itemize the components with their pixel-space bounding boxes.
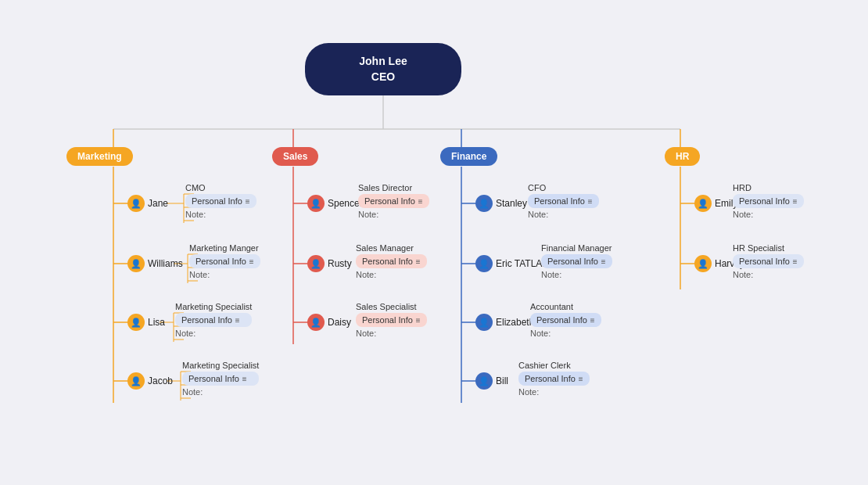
emily-note: Note: — [733, 210, 804, 219]
spencer-note: Note: — [358, 210, 429, 219]
jane-note: Note: — [185, 210, 256, 219]
dept-finance-label: Finance — [440, 147, 497, 166]
info-card-bill: Cashier Clerk Personal Info ≡ Note: — [518, 361, 590, 397]
info-card-rusty: Sales Manager Personal Info ≡ Note: — [356, 243, 427, 279]
bill-title: Cashier Clerk — [518, 361, 590, 370]
rusty-personal-info[interactable]: Personal Info ≡ — [356, 254, 427, 268]
avatar-spencer: 👤 — [307, 195, 325, 212]
avatar-jacob: 👤 — [127, 372, 145, 390]
jacob-personal-info[interactable]: Personal Info ≡ — [182, 372, 259, 386]
info-card-jacob: Marketing Specialist Personal Info ≡ Not… — [182, 361, 259, 397]
daisy-title: Sales Specialist — [356, 302, 427, 311]
harvey-note: Note: — [733, 270, 804, 279]
menu-icon: ≡ — [416, 257, 421, 266]
lisa-personal-info[interactable]: Personal Info ≡ — [175, 313, 252, 327]
daisy-personal-info[interactable]: Personal Info ≡ — [356, 313, 427, 327]
bill-personal-info[interactable]: Personal Info ≡ — [518, 372, 590, 386]
name-lisa: Lisa — [148, 317, 165, 328]
menu-icon: ≡ — [793, 197, 798, 206]
menu-icon: ≡ — [235, 316, 240, 325]
employee-emily: 👤 Emily — [694, 195, 737, 212]
info-card-williams: Marketing Manger Personal Info ≡ Note: — [189, 243, 260, 279]
avatar-stanley: 👤 — [475, 195, 493, 212]
info-card-daisy: Sales Specialist Personal Info ≡ Note: — [356, 302, 427, 338]
avatar-emily: 👤 — [694, 195, 712, 212]
menu-icon: ≡ — [588, 197, 593, 206]
name-williams: Williams — [148, 258, 183, 269]
employee-lisa: 👤 Lisa — [127, 314, 165, 331]
org-chart: John Lee CEO Marketing Sales Finance HR … — [0, 0, 868, 485]
ceo-title: CEO — [321, 70, 446, 85]
menu-icon: ≡ — [601, 257, 606, 266]
name-spencer: Spencer — [328, 198, 363, 209]
employee-daisy: 👤 Daisy — [307, 314, 351, 331]
jacob-title: Marketing Specialist — [182, 361, 259, 370]
jane-personal-info[interactable]: Personal Info ≡ — [185, 194, 256, 208]
employee-stanley: 👤 Stanley — [475, 195, 527, 212]
eric-note: Note: — [541, 270, 612, 279]
employee-bill: 👤 Bill — [475, 372, 508, 390]
stanley-personal-info[interactable]: Personal Info ≡ — [528, 194, 599, 208]
lisa-title: Marketing Specialist — [175, 302, 252, 311]
spencer-personal-info[interactable]: Personal Info ≡ — [358, 194, 429, 208]
name-daisy: Daisy — [328, 317, 351, 328]
avatar-daisy: 👤 — [307, 314, 325, 331]
rusty-title: Sales Manager — [356, 243, 427, 253]
info-card-elizabeth: Accountant Personal Info ≡ Note: — [530, 302, 601, 338]
employee-rusty: 👤 Rusty — [307, 255, 352, 272]
ceo-name: John Lee — [321, 54, 446, 70]
menu-icon: ≡ — [418, 197, 423, 206]
rusty-note: Note: — [356, 270, 427, 279]
emily-personal-info[interactable]: Personal Info ≡ — [733, 194, 804, 208]
spencer-title: Sales Director — [358, 183, 429, 192]
elizabeth-personal-info[interactable]: Personal Info ≡ — [530, 313, 601, 327]
avatar-lisa: 👤 — [127, 314, 145, 331]
employee-spencer: 👤 Spencer — [307, 195, 363, 212]
bill-note: Note: — [518, 387, 590, 397]
info-card-emily: HRD Personal Info ≡ Note: — [733, 183, 804, 219]
harvey-title: HR Specialist — [733, 243, 804, 253]
stanley-note: Note: — [528, 210, 599, 219]
menu-icon: ≡ — [249, 257, 254, 266]
employee-elizabeth: 👤 Elizabeth — [475, 314, 534, 331]
info-card-lisa: Marketing Specialist Personal Info ≡ Not… — [175, 302, 252, 338]
menu-icon: ≡ — [579, 375, 583, 383]
avatar-rusty: 👤 — [307, 255, 325, 272]
avatar-bill: 👤 — [475, 372, 493, 390]
jacob-note: Note: — [182, 387, 259, 397]
avatar-harvey: 👤 — [694, 255, 712, 272]
emily-title: HRD — [733, 183, 804, 192]
ceo-node: John Lee CEO — [305, 43, 461, 95]
menu-icon: ≡ — [246, 197, 250, 206]
dept-sales-label: Sales — [272, 147, 318, 166]
stanley-title: CFO — [528, 183, 599, 192]
employee-jacob: 👤 Jacob — [127, 372, 173, 390]
info-card-jane: CMO Personal Info ≡ Note: — [185, 183, 256, 219]
menu-icon: ≡ — [242, 375, 247, 383]
williams-note: Note: — [189, 270, 260, 279]
harvey-personal-info[interactable]: Personal Info ≡ — [733, 254, 804, 268]
eric-personal-info[interactable]: Personal Info ≡ — [541, 254, 612, 268]
name-rusty: Rusty — [328, 258, 352, 269]
name-bill: Bill — [496, 375, 508, 386]
name-jane: Jane — [148, 198, 168, 209]
info-card-eric: Financial Manager Personal Info ≡ Note: — [541, 243, 612, 279]
avatar-elizabeth: 👤 — [475, 314, 493, 331]
williams-personal-info[interactable]: Personal Info ≡ — [189, 254, 260, 268]
daisy-note: Note: — [356, 329, 427, 338]
lisa-note: Note: — [175, 329, 252, 338]
williams-title: Marketing Manger — [189, 243, 260, 253]
name-jacob: Jacob — [148, 375, 173, 386]
menu-icon: ≡ — [416, 316, 421, 325]
dept-hr-label: HR — [665, 147, 700, 166]
employee-jane: 👤 Jane — [127, 195, 168, 212]
elizabeth-title: Accountant — [530, 302, 601, 311]
avatar-eric: 👤 — [475, 255, 493, 272]
name-elizabeth: Elizabeth — [496, 317, 534, 328]
jane-title: CMO — [185, 183, 256, 192]
elizabeth-note: Note: — [530, 329, 601, 338]
employee-eric: 👤 Eric TATLAR — [475, 255, 549, 272]
employee-williams: 👤 Williams — [127, 255, 183, 272]
info-card-stanley: CFO Personal Info ≡ Note: — [528, 183, 599, 219]
avatar-williams: 👤 — [127, 255, 145, 272]
